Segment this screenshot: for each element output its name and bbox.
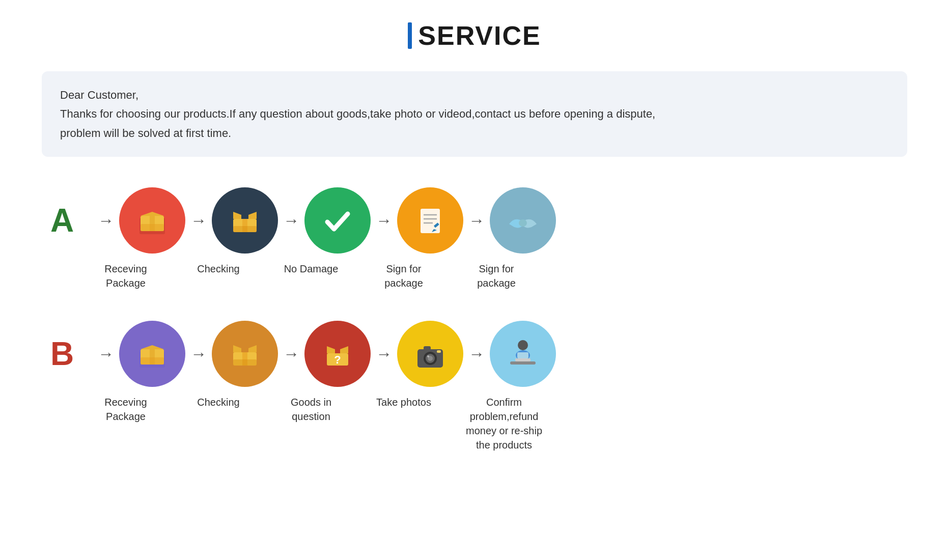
svg-marker-24 xyxy=(233,345,241,352)
step-a4-icon xyxy=(397,187,463,254)
svg-rect-41 xyxy=(510,361,536,365)
label-a3: No Damage xyxy=(284,263,339,274)
notice-box: Dear Customer, Thanks for choosing our p… xyxy=(42,71,907,157)
label-b2: Checking xyxy=(197,397,239,408)
svg-marker-29 xyxy=(327,346,335,353)
svg-rect-4 xyxy=(141,224,164,231)
row-b-letter: B xyxy=(42,335,82,373)
step-b1-icon xyxy=(119,321,185,387)
label-a5: Sign for package xyxy=(477,263,516,289)
label-b1: Receving Package xyxy=(104,397,147,422)
step-b4-icon xyxy=(397,321,463,387)
step-a2-icon xyxy=(212,187,278,254)
svg-marker-30 xyxy=(340,346,348,353)
step-b5 xyxy=(490,321,556,387)
step-a4 xyxy=(397,187,463,254)
step-a2 xyxy=(212,187,278,254)
arrow-b0: → xyxy=(98,345,114,363)
arrow-a4: → xyxy=(468,211,485,230)
arrow-a3: → xyxy=(376,211,392,230)
step-b4 xyxy=(397,321,463,387)
svg-text:?: ? xyxy=(334,353,341,366)
svg-point-17 xyxy=(519,219,527,227)
step-a1-icon xyxy=(119,187,185,254)
step-a5-icon xyxy=(490,187,556,254)
arrow-b3: → xyxy=(376,345,392,363)
notice-line1: Dear Customer, xyxy=(60,86,889,104)
step-a1 xyxy=(119,187,185,254)
step-b2-icon xyxy=(212,321,278,387)
svg-rect-22 xyxy=(141,357,164,365)
notice-line2: Thanks for choosing our products.If any … xyxy=(60,104,889,123)
labels-row-b: Receving Package Checking Goods in quest… xyxy=(93,395,907,452)
arrow-a0: → xyxy=(98,211,114,230)
svg-rect-27 xyxy=(233,359,257,366)
labels-row-a: Receving Package Checking No Damage Sign… xyxy=(93,262,907,290)
arrow-b2: → xyxy=(283,345,299,363)
svg-point-38 xyxy=(427,355,429,357)
svg-rect-9 xyxy=(233,226,257,232)
svg-marker-20 xyxy=(141,345,164,349)
svg-rect-36 xyxy=(424,346,431,350)
arrow-b1: → xyxy=(190,345,207,363)
svg-marker-25 xyxy=(248,345,257,352)
label-b4: Take photos xyxy=(376,397,431,408)
svg-rect-42 xyxy=(515,358,531,361)
step-b3-icon: ? xyxy=(304,321,371,387)
arrow-b4: → xyxy=(468,345,485,363)
label-a1: Receving Package xyxy=(104,263,147,289)
notice-line3: problem will be solved at first time. xyxy=(60,124,889,143)
svg-marker-6 xyxy=(233,212,241,219)
flow-row-b-section: B → → xyxy=(42,321,907,452)
step-a5 xyxy=(490,187,556,254)
page-title-row: SERVICE xyxy=(408,20,541,51)
label-a4: Sign for package xyxy=(384,263,423,289)
label-b5: Confirm problem,refund money or re-ship … xyxy=(466,397,542,451)
title-accent-bar xyxy=(408,22,412,49)
step-b3: ? xyxy=(304,321,371,387)
row-a-letter: A xyxy=(42,202,82,239)
svg-rect-37 xyxy=(437,350,441,353)
step-b2 xyxy=(212,321,278,387)
svg-rect-10 xyxy=(421,209,440,233)
step-a3-icon xyxy=(304,187,371,254)
label-a2: Checking xyxy=(197,263,239,274)
step-a3 xyxy=(304,187,371,254)
svg-point-39 xyxy=(518,340,528,350)
flow-row-b: B → → xyxy=(42,321,907,387)
svg-rect-43 xyxy=(517,352,528,358)
step-b5-icon xyxy=(490,321,556,387)
step-b1 xyxy=(119,321,185,387)
page-title: SERVICE xyxy=(418,20,541,51)
svg-marker-2 xyxy=(141,212,164,216)
flow-row-a-section: A → → xyxy=(42,187,907,290)
label-b3: Goods in question xyxy=(291,397,331,422)
arrow-a2: → xyxy=(283,211,299,230)
svg-marker-7 xyxy=(248,212,257,219)
flow-row-a: A → → xyxy=(42,187,907,254)
arrow-a1: → xyxy=(190,211,207,230)
